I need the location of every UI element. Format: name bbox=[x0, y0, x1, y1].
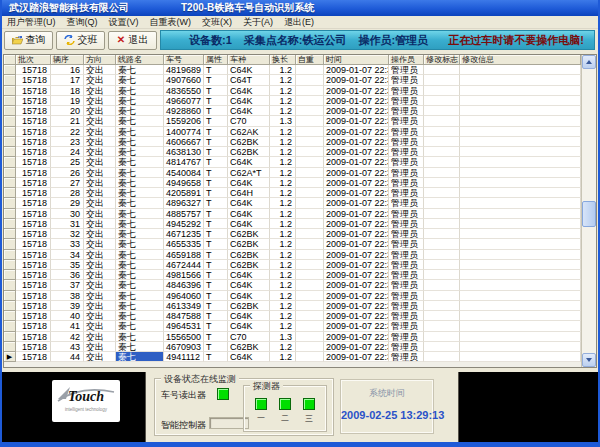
table-cell[interactable] bbox=[460, 127, 581, 137]
table-cell[interactable]: 1.2 bbox=[270, 229, 296, 239]
table-row[interactable]: 1571828交出秦七4205891TC64H1.22009-01-07 22:… bbox=[4, 188, 581, 198]
table-cell[interactable]: T bbox=[204, 106, 228, 116]
table-cell[interactable]: 1.2 bbox=[270, 178, 296, 188]
table-cell[interactable] bbox=[296, 219, 324, 229]
table-row[interactable]: 1571840交出秦七4847588TC64K1.22009-01-07 22:… bbox=[4, 311, 581, 321]
table-cell[interactable]: 2009-01-07 22:38:01 bbox=[324, 239, 389, 249]
row-selector[interactable] bbox=[4, 188, 16, 198]
table-cell[interactable]: 秦七 bbox=[116, 280, 164, 290]
table-row[interactable]: 1571830交出秦七4885757TC64K1.22009-01-07 22:… bbox=[4, 209, 581, 219]
row-selector[interactable] bbox=[4, 96, 16, 106]
table-cell[interactable]: 秦七 bbox=[116, 311, 164, 321]
table-cell[interactable]: T bbox=[204, 229, 228, 239]
table-cell[interactable]: 4964531 bbox=[164, 321, 204, 331]
table-cell[interactable]: 管理员 bbox=[389, 229, 424, 239]
table-cell[interactable]: 27 bbox=[51, 178, 84, 188]
table-cell[interactable]: 1.2 bbox=[270, 188, 296, 198]
table-cell[interactable]: 2009-01-07 22:37:25 bbox=[324, 75, 389, 85]
table-cell[interactable]: 2009-01-07 22:37:50 bbox=[324, 188, 389, 198]
table-cell[interactable]: 1.2 bbox=[270, 198, 296, 208]
table-cell[interactable]: 1559206 bbox=[164, 116, 204, 126]
table-cell[interactable]: 秦七 bbox=[116, 137, 164, 147]
table-cell[interactable]: 秦七 bbox=[116, 260, 164, 270]
menu-item[interactable]: 设置(V) bbox=[109, 16, 139, 29]
table-row[interactable]: 1571842交出秦七1556500TC701.32009-01-07 22:3… bbox=[4, 332, 581, 342]
row-selector[interactable] bbox=[4, 127, 16, 137]
table-cell[interactable]: 2009-01-07 22:37:39 bbox=[324, 137, 389, 147]
table-cell[interactable] bbox=[424, 116, 460, 126]
menu-item[interactable]: 自重表(W) bbox=[150, 16, 192, 29]
table-cell[interactable]: 秦七 bbox=[116, 86, 164, 96]
table-cell[interactable]: 2009-01-07 22:37:27 bbox=[324, 86, 389, 96]
table-cell[interactable] bbox=[460, 280, 581, 290]
scroll-up-button[interactable] bbox=[582, 55, 596, 69]
table-cell[interactable] bbox=[296, 137, 324, 147]
table-cell[interactable]: 管理员 bbox=[389, 280, 424, 290]
table-cell[interactable]: 管理员 bbox=[389, 65, 424, 75]
table-cell[interactable]: 44 bbox=[51, 352, 84, 362]
table-cell[interactable]: C64H bbox=[228, 188, 270, 198]
table-cell[interactable]: T bbox=[204, 219, 228, 229]
table-cell[interactable] bbox=[424, 250, 460, 260]
table-row[interactable]: 1571827交出秦七4949658TC64K1.22009-01-07 22:… bbox=[4, 178, 581, 188]
table-cell[interactable] bbox=[424, 127, 460, 137]
table-cell[interactable]: 15718 bbox=[16, 168, 51, 178]
table-cell[interactable] bbox=[460, 106, 581, 116]
table-cell[interactable]: 秦七 bbox=[116, 75, 164, 85]
table-row[interactable]: 1571831交出秦七4945292TC64K1.22009-01-07 22:… bbox=[4, 219, 581, 229]
table-cell[interactable]: C62BK bbox=[228, 301, 270, 311]
table-cell[interactable]: 秦七 bbox=[116, 116, 164, 126]
table-cell[interactable]: 管理员 bbox=[389, 147, 424, 157]
table-cell[interactable]: C64K bbox=[228, 352, 270, 362]
table-cell[interactable]: 管理员 bbox=[389, 168, 424, 178]
table-cell[interactable] bbox=[460, 332, 581, 342]
table-cell[interactable]: 1.2 bbox=[270, 86, 296, 96]
table-row[interactable]: 1571823交出秦七4606667TC62BK1.22009-01-07 22… bbox=[4, 137, 581, 147]
row-selector[interactable] bbox=[4, 270, 16, 280]
table-cell[interactable] bbox=[296, 291, 324, 301]
query-button[interactable]: 查询 bbox=[4, 31, 53, 50]
table-cell[interactable]: 1556500 bbox=[164, 332, 204, 342]
table-cell[interactable]: 管理员 bbox=[389, 219, 424, 229]
table-cell[interactable]: 交出 bbox=[84, 168, 116, 178]
table-cell[interactable]: T bbox=[204, 239, 228, 249]
table-cell[interactable]: 管理员 bbox=[389, 178, 424, 188]
table-cell[interactable]: 2009-01-07 22:37:23 bbox=[324, 65, 389, 75]
table-cell[interactable]: 15718 bbox=[16, 260, 51, 270]
table-cell[interactable]: T bbox=[204, 147, 228, 157]
table-cell[interactable] bbox=[460, 86, 581, 96]
table-cell[interactable]: T bbox=[204, 332, 228, 342]
table-cell[interactable]: T bbox=[204, 86, 228, 96]
table-cell[interactable] bbox=[296, 147, 324, 157]
table-cell[interactable]: 管理员 bbox=[389, 332, 424, 342]
table-cell[interactable]: 36 bbox=[51, 270, 84, 280]
table-cell[interactable]: 秦七 bbox=[116, 219, 164, 229]
table-cell[interactable] bbox=[460, 250, 581, 260]
row-selector[interactable] bbox=[4, 106, 16, 116]
row-selector[interactable] bbox=[4, 178, 16, 188]
table-cell[interactable]: 管理员 bbox=[389, 291, 424, 301]
table-cell[interactable] bbox=[424, 147, 460, 157]
table-cell[interactable]: 1.2 bbox=[270, 106, 296, 116]
table-cell[interactable]: 2009-01-07 22:38:19 bbox=[324, 332, 389, 342]
table-cell[interactable]: 交出 bbox=[84, 147, 116, 157]
table-cell[interactable]: T bbox=[204, 168, 228, 178]
table-cell[interactable]: T bbox=[204, 352, 228, 362]
table-cell[interactable]: 15718 bbox=[16, 116, 51, 126]
table-cell[interactable]: 20 bbox=[51, 106, 84, 116]
table-cell[interactable]: 4655335 bbox=[164, 239, 204, 249]
table-cell[interactable]: 43 bbox=[51, 342, 84, 352]
table-cell[interactable]: 15718 bbox=[16, 342, 51, 352]
table-cell[interactable] bbox=[296, 188, 324, 198]
table-cell[interactable] bbox=[296, 301, 324, 311]
table-cell[interactable] bbox=[424, 239, 460, 249]
table-cell[interactable] bbox=[424, 352, 460, 362]
table-cell[interactable]: 秦七 bbox=[116, 332, 164, 342]
table-cell[interactable]: 交出 bbox=[84, 86, 116, 96]
table-cell[interactable]: 1.2 bbox=[270, 137, 296, 147]
table-cell[interactable]: T bbox=[204, 270, 228, 280]
table-cell[interactable]: 1.2 bbox=[270, 209, 296, 219]
table-cell[interactable]: T bbox=[204, 342, 228, 352]
scroll-down-button[interactable] bbox=[582, 353, 596, 367]
table-cell[interactable]: 15718 bbox=[16, 311, 51, 321]
